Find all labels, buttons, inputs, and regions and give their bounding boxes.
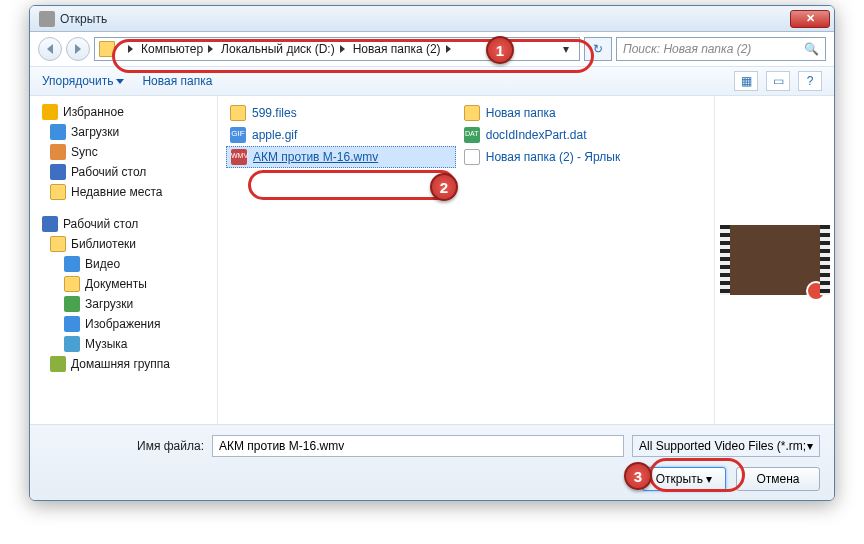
tree-images[interactable]: Изображения — [34, 314, 213, 334]
overlay-badge-icon — [806, 281, 826, 301]
file-name: Новая папка — [486, 106, 556, 120]
view-mode-button[interactable]: ▦ — [734, 71, 758, 91]
tree-homegroup[interactable]: Домашняя группа — [34, 354, 213, 374]
file-name: 599.files — [252, 106, 297, 120]
open-button[interactable]: Открыть ▾ — [642, 467, 726, 491]
filter-text: All Supported Video Files (*.rm; — [639, 439, 806, 453]
tree-downloads2[interactable]: Загрузки — [34, 294, 213, 314]
tree-label: Библиотеки — [71, 237, 136, 251]
tree-label: Домашняя группа — [71, 357, 170, 371]
split-dropdown-icon: ▾ — [706, 472, 712, 486]
open-dialog: Открыть ✕ Компьютер Локальный диск (D:) … — [29, 5, 835, 501]
video-icon — [64, 256, 80, 272]
help-button[interactable]: ? — [798, 71, 822, 91]
music-icon — [64, 336, 80, 352]
gif-icon: GIF — [230, 127, 246, 143]
download-icon — [64, 296, 80, 312]
tree-documents[interactable]: Документы — [34, 274, 213, 294]
file-item[interactable]: 599.files — [226, 102, 456, 124]
body: Избранное Загрузки Sync Рабочий стол Нед… — [30, 96, 834, 424]
tree-favorites[interactable]: Избранное — [34, 102, 213, 122]
badge-1: 1 — [486, 36, 514, 64]
desktop-icon — [50, 164, 66, 180]
toolbar: Упорядочить Новая папка ▦ ▭ ? — [30, 66, 834, 96]
folder-icon — [464, 105, 480, 121]
file-column: Новая папка DATdocIdIndexPart.dat Новая … — [460, 102, 690, 168]
forward-button[interactable] — [66, 37, 90, 61]
search-icon: 🔍 — [804, 42, 819, 56]
organize-menu[interactable]: Упорядочить — [42, 74, 124, 88]
sync-icon — [50, 144, 66, 160]
back-button[interactable] — [38, 37, 62, 61]
address-dropdown[interactable]: ▾ — [557, 42, 575, 56]
search-input[interactable]: Поиск: Новая папка (2) 🔍 — [616, 37, 826, 61]
app-icon — [39, 11, 55, 27]
refresh-button[interactable]: ↻ — [584, 37, 612, 61]
file-item[interactable]: GIFapple.gif — [226, 124, 456, 146]
tree-label: Избранное — [63, 105, 124, 119]
tree-label: Рабочий стол — [71, 165, 146, 179]
preview-pane — [714, 96, 834, 424]
documents-icon — [64, 276, 80, 292]
breadcrumb[interactable]: Локальный диск (D:) — [217, 38, 349, 60]
tree-label: Sync — [71, 145, 98, 159]
breadcrumb[interactable] — [119, 38, 137, 60]
shortcut-icon — [464, 149, 480, 165]
chevron-right-icon — [208, 45, 213, 53]
tree-label: Загрузки — [85, 297, 133, 311]
folder-icon — [230, 105, 246, 121]
file-name: docIdIndexPart.dat — [486, 128, 587, 142]
breadcrumb-label: Новая папка (2) — [353, 42, 441, 56]
chevron-right-icon — [340, 45, 345, 53]
tree-label: Видео — [85, 257, 120, 271]
breadcrumb[interactable]: Компьютер — [137, 38, 217, 60]
breadcrumb-label: Компьютер — [141, 42, 203, 56]
file-column: 599.files GIFapple.gif WMVАКМ против М-1… — [226, 102, 456, 168]
nav-row: Компьютер Локальный диск (D:) Новая папк… — [30, 32, 834, 66]
file-type-filter[interactable]: All Supported Video Files (*.rm;▾ — [632, 435, 820, 457]
titlebar: Открыть ✕ — [30, 6, 834, 32]
tree-libraries[interactable]: Библиотеки — [34, 234, 213, 254]
file-grid: 599.files GIFapple.gif WMVАКМ против М-1… — [218, 96, 714, 424]
open-label: Открыть — [656, 472, 703, 486]
file-item[interactable]: DATdocIdIndexPart.dat — [460, 124, 690, 146]
tree-music[interactable]: Музыка — [34, 334, 213, 354]
close-button[interactable]: ✕ — [790, 10, 830, 28]
recent-icon — [50, 184, 66, 200]
filename-row: Имя файла: АКМ против М-16.wmv All Suppo… — [44, 435, 820, 457]
tree-label: Музыка — [85, 337, 127, 351]
tree-label: Документы — [85, 277, 147, 291]
tree-label: Рабочий стол — [63, 217, 138, 231]
file-item-selected[interactable]: WMVАКМ против М-16.wmv — [226, 146, 456, 168]
tree-pane: Избранное Загрузки Sync Рабочий стол Нед… — [30, 96, 218, 424]
tree-downloads[interactable]: Загрузки — [34, 122, 213, 142]
preview-pane-button[interactable]: ▭ — [766, 71, 790, 91]
button-row: Открыть ▾ Отмена — [44, 467, 820, 491]
chevron-down-icon: ▾ — [807, 439, 813, 453]
window-title: Открыть — [60, 12, 107, 26]
tree-video[interactable]: Видео — [34, 254, 213, 274]
wmv-icon: WMV — [231, 149, 247, 165]
file-name: apple.gif — [252, 128, 297, 142]
file-name: Новая папка (2) - Ярлык — [486, 150, 620, 164]
file-item[interactable]: Новая папка (2) - Ярлык — [460, 146, 690, 168]
filename-label: Имя файла: — [44, 439, 204, 453]
dat-icon: DAT — [464, 127, 480, 143]
tree-desktop2[interactable]: Рабочий стол — [34, 214, 213, 234]
breadcrumb-label: Локальный диск (D:) — [221, 42, 335, 56]
homegroup-icon — [50, 356, 66, 372]
filename-value: АКМ против М-16.wmv — [219, 439, 344, 453]
file-item[interactable]: Новая папка — [460, 102, 690, 124]
new-folder-button[interactable]: Новая папка — [142, 74, 212, 88]
badge-2: 2 — [430, 173, 458, 201]
cancel-button[interactable]: Отмена — [736, 467, 820, 491]
breadcrumb[interactable]: Новая папка (2) — [349, 38, 455, 60]
tree-recent[interactable]: Недавние места — [34, 182, 213, 202]
file-pane: 599.files GIFapple.gif WMVАКМ против М-1… — [218, 96, 834, 424]
organize-label: Упорядочить — [42, 74, 113, 88]
tree-desktop[interactable]: Рабочий стол — [34, 162, 213, 182]
images-icon — [64, 316, 80, 332]
toolbar-right: ▦ ▭ ? — [734, 71, 822, 91]
filename-input[interactable]: АКМ против М-16.wmv — [212, 435, 624, 457]
tree-sync[interactable]: Sync — [34, 142, 213, 162]
